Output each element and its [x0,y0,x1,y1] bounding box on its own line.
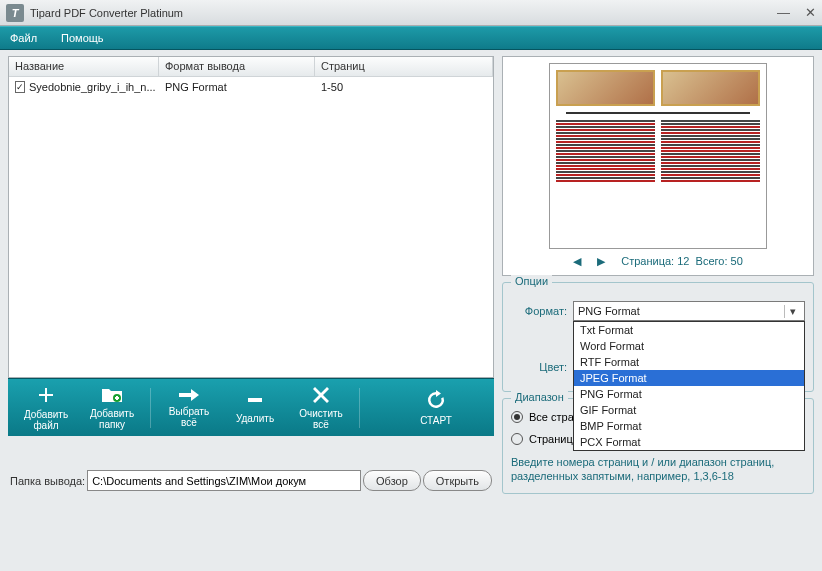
format-option[interactable]: PCX Format [574,434,804,450]
radio-icon [511,433,523,445]
options-group: Опции Формат: PNG Format ▾ Txt FormatWor… [502,282,814,392]
start-button[interactable]: СТАРТ [404,383,468,433]
format-option[interactable]: RTF Format [574,354,804,370]
chevron-down-icon: ▾ [784,305,800,318]
file-format: PNG Format [159,79,315,95]
refresh-icon [425,389,447,411]
browse-button[interactable]: Обзор [363,470,421,491]
prev-page-icon[interactable]: ◀ [573,255,581,268]
color-label: Цвет: [511,361,567,373]
menu-file[interactable]: Файл [10,32,37,44]
format-option[interactable]: Word Format [574,338,804,354]
output-label: Папка вывода: [10,475,85,487]
format-option[interactable]: JPEG Format [574,370,804,386]
arrow-right-icon [179,388,199,402]
col-format[interactable]: Формат вывода [159,57,315,76]
range-legend: Диапазон [511,391,568,403]
page-total: 50 [731,255,743,267]
page-current: 12 [677,255,689,267]
add-file-button[interactable]: Добавить файл [14,383,78,433]
minus-icon [246,391,264,409]
menu-bar: Файл Помощь [0,26,822,50]
file-table: Название Формат вывода Страниц ✓ Syedobn… [8,56,494,378]
output-row: Папка вывода: Обзор Открыть [8,470,494,491]
add-folder-button[interactable]: Добавить папку [80,383,144,433]
options-legend: Опции [511,275,552,287]
format-value: PNG Format [578,305,640,317]
table-header: Название Формат вывода Страниц [9,57,493,77]
table-row[interactable]: ✓ Syedobnie_griby_i_ih_n... PNG Format 1… [9,77,493,97]
col-pages[interactable]: Страниц [315,57,493,76]
col-name[interactable]: Название [9,57,159,76]
output-path-input[interactable] [87,470,361,491]
file-pages: 1-50 [315,79,493,95]
plus-icon [36,385,56,405]
preview-page [549,63,767,249]
format-select[interactable]: PNG Format ▾ [573,301,805,321]
open-button[interactable]: Открыть [423,470,492,491]
delete-button[interactable]: Удалить [223,383,287,433]
total-label: Всего: [696,255,728,267]
radio-icon [511,411,523,423]
page-label: Страница: [621,255,674,267]
format-option[interactable]: BMP Format [574,418,804,434]
range-hint: Введите номера страниц и / или диапазон … [511,455,805,483]
format-label: Формат: [511,305,567,317]
app-logo-icon: T [6,4,24,22]
title-bar: T Tipard PDF Converter Platinum — ✕ [0,0,822,26]
format-option[interactable]: Txt Format [574,322,804,338]
next-page-icon[interactable]: ▶ [597,255,605,268]
preview-panel: ◀ ▶ Страница: 12 Всего: 50 [502,56,814,276]
format-dropdown[interactable]: Txt FormatWord FormatRTF FormatJPEG Form… [573,321,805,451]
format-option[interactable]: PNG Format [574,386,804,402]
x-icon [312,386,330,404]
minimize-icon[interactable]: — [777,5,790,20]
clear-all-button[interactable]: Очистить всё [289,383,353,433]
svg-rect-1 [248,398,262,402]
close-icon[interactable]: ✕ [805,5,816,20]
toolbar: Добавить файл Добавить папку Выбрать всё… [8,378,494,436]
menu-help[interactable]: Помощь [61,32,104,44]
format-option[interactable]: GIF Format [574,402,804,418]
row-checkbox[interactable]: ✓ [15,81,25,93]
window-title: Tipard PDF Converter Platinum [30,7,765,19]
select-all-button[interactable]: Выбрать всё [157,383,221,433]
folder-plus-icon [101,386,123,404]
file-name: Syedobnie_griby_i_ih_n... [29,81,156,93]
